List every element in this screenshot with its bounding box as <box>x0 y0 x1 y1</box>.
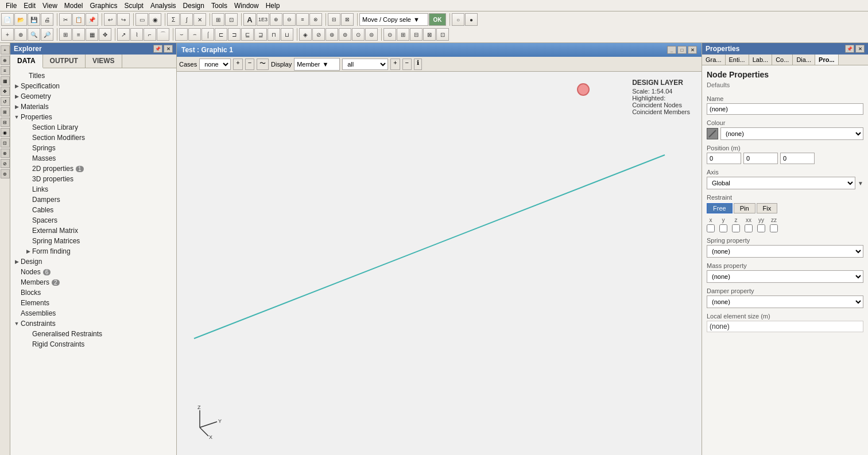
tree-item-links[interactable]: Links <box>10 184 176 195</box>
tree-item-titles[interactable]: Titles <box>10 71 176 81</box>
tb2-11[interactable]: ⌐ <box>144 28 156 41</box>
tree-item-cables[interactable]: Cables <box>10 205 176 215</box>
tb-cam1[interactable]: ⊞ <box>212 13 224 26</box>
tb2-1[interactable]: + <box>1 28 14 41</box>
restraint-fix-btn[interactable]: Fix <box>757 203 778 213</box>
check-z[interactable] <box>732 224 740 232</box>
ls-btn13[interactable]: ⊚ <box>1 169 10 178</box>
canvas-minimize[interactable]: _ <box>667 46 676 54</box>
tb-num1[interactable]: ⊕ <box>270 13 282 26</box>
tree-item-spacers[interactable]: Spacers <box>10 215 176 225</box>
tb-ok[interactable]: OK <box>429 13 446 26</box>
minus-btn2[interactable]: − <box>402 59 412 70</box>
mass-property-select[interactable]: (none) <box>707 270 863 283</box>
canvas-close[interactable]: ✕ <box>688 46 697 54</box>
tb-x[interactable]: ✕ <box>193 13 206 26</box>
ls-btn11[interactable]: ⊗ <box>1 149 10 158</box>
tree-item-blocks[interactable]: Blocks <box>10 287 176 298</box>
tree-item-dampers[interactable]: Dampers <box>10 195 176 205</box>
info-btn[interactable]: ℹ <box>414 59 422 70</box>
tb-node[interactable]: ◉ <box>149 13 161 26</box>
tb-cut[interactable]: ✂ <box>59 13 72 26</box>
check-yy[interactable] <box>757 224 765 232</box>
tree-item-section-library[interactable]: Section Library <box>10 122 176 133</box>
tb-save[interactable]: 💾 <box>28 13 40 26</box>
tree-item-masses[interactable]: Masses <box>10 153 176 164</box>
tb2-17[interactable]: ⊐ <box>228 28 241 41</box>
tb2-4[interactable]: 🔎 <box>41 28 53 41</box>
plus-btn[interactable]: + <box>233 59 242 70</box>
restraint-free-btn[interactable]: Free <box>707 203 733 213</box>
tab-output[interactable]: OUTPUT <box>43 55 86 68</box>
tb-num3[interactable]: ≡ <box>296 13 309 26</box>
tb2-13[interactable]: ⌣ <box>175 28 188 41</box>
menu-sculpt[interactable]: Sculpt <box>121 2 147 10</box>
tb2-3[interactable]: 🔍 <box>28 28 40 41</box>
plus-btn2[interactable]: + <box>390 59 400 70</box>
tab-views[interactable]: VIEWS <box>86 55 122 68</box>
props-tab-lab[interactable]: Lab... <box>749 55 773 65</box>
ls-btn6[interactable]: ↺ <box>1 97 10 106</box>
check-zz[interactable] <box>770 224 778 232</box>
tb2-29[interactable]: ⊞ <box>397 28 409 41</box>
tb-sum2[interactable]: ∫ <box>180 13 193 26</box>
tree-item-external-matrix[interactable]: External Matrix <box>10 225 176 236</box>
tree-item-constraints[interactable]: ▼ Constraints <box>10 318 176 329</box>
ls-btn9[interactable]: ◉ <box>1 128 10 137</box>
tb2-21[interactable]: ⊔ <box>281 28 293 41</box>
menu-help[interactable]: Help <box>262 2 284 10</box>
menu-graphics[interactable]: Graphics <box>87 2 121 10</box>
tb2-30[interactable]: ⊟ <box>410 28 423 41</box>
ls-btn5[interactable]: ✥ <box>1 87 10 96</box>
props-tab-co[interactable]: Co... <box>772 55 793 65</box>
pos-y-input[interactable] <box>743 153 778 164</box>
tree-item-properties[interactable]: ▼ Properties <box>10 112 176 122</box>
tree-item-springs[interactable]: Springs <box>10 143 176 153</box>
tb-a[interactable]: A <box>243 13 256 26</box>
ls-btn4[interactable]: ▦ <box>1 76 10 85</box>
tb2-6[interactable]: ≡ <box>72 28 85 41</box>
menu-analysis[interactable]: Analysis <box>147 2 180 10</box>
canvas-main[interactable]: DESIGN LAYER Scale: 1:54.04 Highlighted:… <box>177 72 702 455</box>
tb2-31[interactable]: ⊠ <box>423 28 436 41</box>
props-tab-enti[interactable]: Enti... <box>726 55 749 65</box>
tb-paste[interactable]: 📌 <box>86 13 98 26</box>
tb-num2[interactable]: ⊖ <box>283 13 296 26</box>
tb-undo[interactable]: ↩ <box>104 13 117 26</box>
tb-new[interactable]: 📄 <box>1 13 14 26</box>
menu-design[interactable]: Design <box>180 2 208 10</box>
ls-btn7[interactable]: ⊞ <box>1 107 10 116</box>
explorer-close[interactable]: ✕ <box>164 45 173 53</box>
move-copy-dropdown[interactable]: Move / Copy sele ▼ <box>359 13 428 26</box>
tb-circle[interactable]: ○ <box>452 13 464 26</box>
menu-file[interactable]: File <box>2 2 20 10</box>
menu-window[interactable]: Window <box>231 2 262 10</box>
tb-sum[interactable]: Σ <box>167 13 180 26</box>
tb-print[interactable]: 🖨 <box>41 13 53 26</box>
menu-view[interactable]: View <box>39 2 61 10</box>
tree-item-form-finding[interactable]: ▶ Form finding <box>10 246 176 256</box>
tb-dot[interactable]: ● <box>465 13 478 26</box>
tb2-27[interactable]: ⊜ <box>365 28 378 41</box>
tree-item-specification[interactable]: ▶ Specification <box>10 81 176 91</box>
tb-select[interactable]: ▭ <box>135 13 148 26</box>
tb2-7[interactable]: ▦ <box>86 28 98 41</box>
menu-model[interactable]: Model <box>61 2 87 10</box>
pos-z-input[interactable] <box>780 153 815 164</box>
tb2-5[interactable]: ⊞ <box>59 28 72 41</box>
tb2-20[interactable]: ⊓ <box>268 28 280 41</box>
name-input[interactable] <box>707 103 863 115</box>
tb2-14[interactable]: ⌢ <box>188 28 201 41</box>
tree-item-elements[interactable]: Elements <box>10 298 176 308</box>
tb2-24[interactable]: ⊛ <box>326 28 338 41</box>
tb2-26[interactable]: ⊙ <box>352 28 365 41</box>
tb2-28[interactable]: ⊝ <box>383 28 396 41</box>
tree-item-geometry[interactable]: ▶ Geometry <box>10 91 176 102</box>
tree-item-rigid-constraints[interactable]: Rigid Constraints <box>10 339 176 349</box>
tree-item-nodes[interactable]: Nodes 6 <box>10 267 176 277</box>
canvas-maximize[interactable]: □ <box>677 46 687 54</box>
tb2-10[interactable]: ⌇ <box>130 28 143 41</box>
tb-r1[interactable]: ⊟ <box>328 13 340 26</box>
check-x[interactable] <box>707 224 715 232</box>
props-tab-pro[interactable]: Pro... <box>815 55 839 65</box>
